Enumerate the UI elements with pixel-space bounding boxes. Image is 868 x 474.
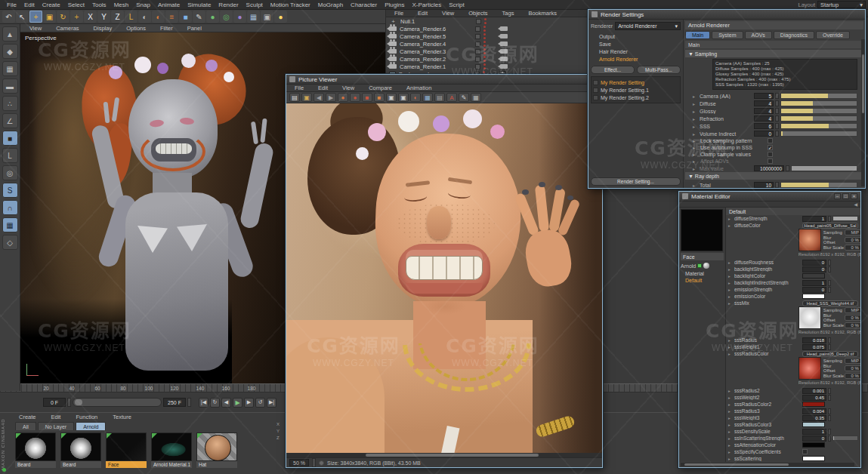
sampling-value[interactable]: MIP [845,358,860,364]
viewport-menu-item[interactable]: Panel [184,25,205,32]
color-swatch[interactable] [802,456,825,461]
preview-sphere-icon[interactable] [703,263,709,269]
param-slider[interactable] [780,93,857,99]
checkbox[interactable] [802,449,808,454]
checkbox[interactable] [768,152,773,157]
param-value-field[interactable]: 0 [754,131,774,137]
color-swatch[interactable] [802,294,825,299]
checkbox[interactable] [768,138,773,143]
color-swatch[interactable] [802,442,825,448]
navigator-icon[interactable]: ▦ [422,93,433,102]
texture-button[interactable]: Head_SSS_Weight44.tif [802,300,858,306]
param-slider[interactable] [780,131,857,137]
close-button[interactable]: × [851,193,857,199]
object-tag-icon[interactable] [500,26,508,31]
enable-toggle[interactable] [475,42,480,47]
render-settings-tab[interactable]: Override [816,31,850,39]
render-picture-viewer-icon[interactable]: ◐ [152,11,165,23]
menu-item[interactable]: MoGraph [314,2,347,8]
material-item[interactable]: Beard [60,432,101,468]
param-slider[interactable] [780,182,857,188]
viewport-menu-item[interactable]: Display [90,25,116,32]
param-value-field[interactable]: 4 [754,115,774,122]
param-value-field[interactable]: 0.35 [802,415,826,421]
blur-scale-value[interactable]: 0 % [845,245,860,251]
expand-arrow-icon[interactable]: ▸ [728,288,733,292]
cube-primitive-icon[interactable]: ■ [179,11,192,23]
points-mode-icon[interactable]: ∴ [2,96,18,111]
param-slider[interactable] [780,115,857,122]
timeline-range-slider[interactable] [73,398,162,407]
spinner[interactable] [775,131,779,137]
rotate-icon[interactable]: ↻ [57,11,70,23]
expand-arrow-icon[interactable]: ▸ [728,450,733,454]
param-value-field[interactable]: 0 [802,287,826,293]
camera-icon[interactable]: ▣ [261,11,273,23]
object-tag-icon[interactable] [500,34,508,38]
material-layer-tab[interactable]: All [15,422,36,430]
enable-toggle[interactable] [475,26,480,32]
workplane-icon[interactable]: ▬ [2,78,18,94]
expand-arrow-icon[interactable]: ▸ [693,124,698,129]
frame-b-icon[interactable]: ▣ [398,93,409,102]
menu-item[interactable]: Motion Tracker [267,2,314,8]
goto-start-button[interactable]: |◀ [199,398,209,408]
expand-arrow-icon[interactable]: ▸ [728,443,733,448]
previous-frame-button[interactable]: ◀ [221,398,231,408]
timeline-range-handle[interactable] [75,399,82,405]
workplane-snap-icon[interactable]: ▦ [2,217,18,232]
spinner[interactable] [775,182,779,188]
spinner[interactable] [828,280,831,286]
filter-toggle-icon[interactable] [319,460,324,466]
fields-icon[interactable]: ◎ [220,11,233,23]
snap-icon[interactable]: S [2,183,18,198]
new-render-setting-button[interactable]: Render Setting... [591,177,681,186]
expand-arrow-icon[interactable]: ▸ [728,345,733,349]
enable-toggle[interactable] [475,34,480,39]
render-settings-tree-item[interactable]: Save [591,40,681,48]
frame-end-field[interactable]: 250 F [163,398,186,407]
expand-arrow-icon[interactable]: ▸ [728,402,733,407]
vertical-scrollbar[interactable] [861,39,865,186]
material-thumbnail[interactable] [151,432,192,461]
param-value-field[interactable]: 10 [754,182,774,188]
menu-item[interactable]: Select [64,2,88,8]
menu-item[interactable]: Character [347,2,381,8]
picture-viewer-menu-item[interactable]: Compare [365,85,396,91]
expand-arrow-icon[interactable]: ▸ [693,145,698,150]
texture-thumbnail[interactable] [798,306,821,329]
cycle-button[interactable]: ↺ [255,398,265,408]
expand-arrow-icon[interactable]: ▸ [728,457,733,461]
param-value-field[interactable]: 0.018 [802,337,826,343]
param-value-field[interactable]: 6 [754,123,774,129]
blur-offset-value[interactable]: 0 % [845,315,860,321]
spinner[interactable] [775,115,779,122]
compare-ab-icon[interactable]: ◐ [410,93,421,102]
param-value-field[interactable]: 0 [802,260,826,266]
expand-arrow-icon[interactable]: ▸ [728,396,733,400]
menu-item[interactable]: Create [39,2,64,8]
param-slider[interactable] [832,436,858,441]
material-layer-tab[interactable]: Arnold [76,422,106,430]
render-icon[interactable]: ● [350,93,360,102]
render-preset-item[interactable]: My Render Setting [593,78,678,86]
texture-thumbnail[interactable] [798,229,821,251]
object-manager-menu-item[interactable]: View [438,10,458,17]
z-axis-lock-icon[interactable]: Z [111,11,124,23]
render-preset-item[interactable]: My Render Setting.1 [593,86,678,94]
picture-viewer-menu-item[interactable]: View [338,85,358,91]
make-editable-icon[interactable]: ▲ [2,26,18,42]
spinner[interactable] [187,398,191,407]
nodes-icon[interactable]: ▦ [247,11,260,23]
texture-button[interactable]: Head_paint05_Deep2.tif [802,351,858,357]
param-value-field[interactable]: 4 [754,108,774,114]
expand-arrow-icon[interactable]: ▸ [693,131,698,137]
param-value-field[interactable]: 0 [802,266,826,272]
enable-toggle[interactable] [475,64,480,69]
param-value-field[interactable]: 0.45 [802,395,826,401]
checkbox[interactable] [768,145,773,150]
spinner[interactable] [828,337,831,343]
material-editor-titlebar[interactable]: Material Editor –□× [679,192,860,202]
menu-item[interactable]: Tools [88,2,110,8]
undo-icon[interactable]: ↶ [2,11,15,23]
